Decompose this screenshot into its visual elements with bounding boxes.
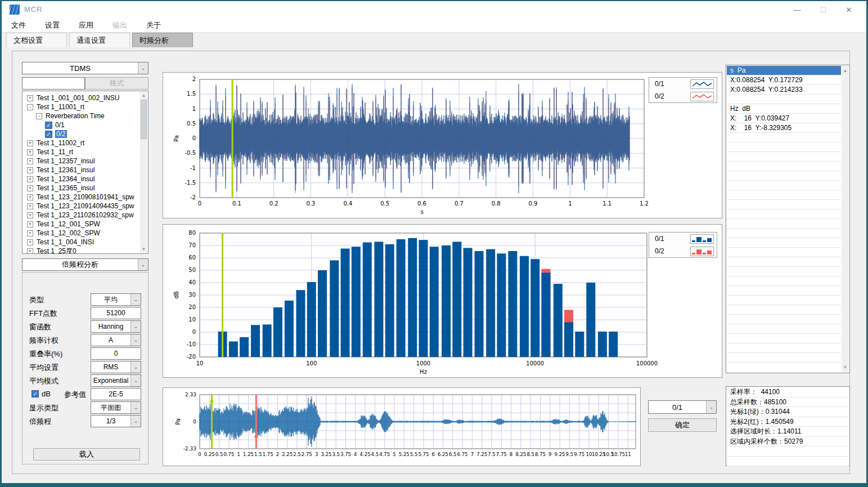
menu-item-4[interactable]: 关于	[137, 20, 170, 30]
form-重叠率(%)-input[interactable]: 0	[91, 347, 141, 360]
octave-spectrum-chart[interactable]: -20-100102030405060708010100100010000100…	[163, 224, 722, 378]
expand-icon[interactable]: +	[27, 149, 33, 155]
readout-row[interactable]	[727, 142, 841, 152]
legend-entry[interactable]: 0/2	[649, 245, 717, 257]
menu-item-3[interactable]: 输出	[103, 20, 137, 30]
readout-row[interactable]: X: 16 Y:-8.329305	[727, 123, 841, 133]
readout-row[interactable]	[727, 171, 841, 181]
readout-row[interactable]	[727, 248, 841, 257]
expand-icon[interactable]: +	[27, 230, 33, 236]
expand-icon[interactable]: +	[27, 167, 33, 173]
tab-0[interactable]: 文档设置	[6, 33, 67, 47]
legend-entry[interactable]: 0/2	[649, 90, 717, 102]
readout-row[interactable]: s Pa	[727, 66, 841, 75]
tree-item[interactable]: ✓0/2	[24, 129, 140, 138]
expand-icon[interactable]: +	[27, 212, 33, 218]
cursor-readout-list[interactable]: s PaX:0.088254 Y:0.172729X:0.088254 Y:0.…	[726, 65, 850, 373]
tree-item[interactable]: +Test 1_12365_insul	[24, 184, 140, 193]
expand-icon[interactable]: +	[27, 239, 33, 245]
readout-row[interactable]	[727, 219, 841, 229]
tree-item[interactable]: +Test 1_11_rt	[24, 148, 140, 157]
form-类型-select[interactable]: 平均⌄	[91, 293, 141, 306]
filter-input[interactable]	[22, 77, 85, 90]
readout-row[interactable]	[727, 229, 841, 238]
minimize-button[interactable]: —	[784, 1, 810, 18]
readout-row[interactable]	[727, 152, 841, 162]
collapse-icon[interactable]: -	[27, 104, 33, 110]
form-倍频程-select[interactable]: 1/3⌄	[91, 415, 141, 427]
expand-icon[interactable]: +	[27, 140, 33, 146]
load-button[interactable]: 载入	[33, 448, 140, 461]
readout-row[interactable]	[727, 238, 841, 248]
channel-checkbox[interactable]: ✓	[45, 122, 52, 129]
menu-item-0[interactable]: 文件	[2, 20, 35, 30]
maximize-button[interactable]: ☐	[810, 1, 836, 18]
expand-icon[interactable]: +	[27, 185, 33, 191]
channel-checkbox[interactable]: ✓	[45, 131, 52, 138]
readout-row[interactable]	[727, 200, 841, 209]
expand-icon[interactable]: +	[27, 221, 33, 227]
tree-item[interactable]: +Test 1_25度0	[24, 247, 140, 254]
readout-row[interactable]	[727, 133, 841, 142]
readout-row[interactable]: X:0.088254 Y:0.214233	[727, 85, 841, 95]
expand-icon[interactable]: +	[27, 176, 33, 182]
tree-item[interactable]: +Test 1_123_210914094435_spw	[24, 202, 140, 211]
readout-row[interactable]	[727, 286, 841, 296]
db-checkbox[interactable]: ✓	[32, 390, 39, 397]
readout-row[interactable]: X:0.088254 Y:0.172729	[727, 75, 841, 85]
tree-item[interactable]: +Test 1_12_002_SPW	[24, 229, 140, 238]
analysis-type-select[interactable]: 倍频程分析 ⌄	[22, 258, 149, 271]
form-参考值-input[interactable]: 2E-5	[91, 388, 141, 400]
collapse-icon[interactable]: -	[36, 113, 42, 119]
readout-row[interactable]	[727, 353, 841, 363]
tree-item[interactable]: +Test 1_1_004_INSI	[24, 238, 140, 247]
form-平均设置-select[interactable]: RMS⌄	[91, 361, 141, 373]
tree-item[interactable]: +Test 1_12357_insul	[24, 157, 140, 166]
menu-item-2[interactable]: 应用	[69, 20, 103, 30]
overview-waveform-chart[interactable]: 00.250.50.7511.251.51.7522.252.52.7533.2…	[163, 387, 641, 466]
readout-row[interactable]	[727, 276, 841, 286]
legend-entry[interactable]: 0/1	[649, 233, 717, 245]
tree-item[interactable]: +Test 1_12_001_SPW	[24, 220, 140, 229]
readout-row[interactable]	[727, 324, 841, 334]
readout-row[interactable]	[727, 343, 841, 353]
readout-row[interactable]	[727, 305, 841, 315]
tree-item[interactable]: +Test 1_12364_insul	[24, 175, 140, 184]
readout-row[interactable]	[727, 257, 841, 267]
tab-1[interactable]: 通道设置	[69, 33, 130, 47]
tree-item[interactable]: +Test 1_123_211026102932_spw	[24, 211, 140, 220]
form-FFT点数-input[interactable]: 51200	[91, 307, 141, 319]
readout-row[interactable]	[727, 296, 841, 305]
legend-entry[interactable]: 0/1	[649, 78, 717, 90]
format-button[interactable]: 格式	[85, 77, 149, 90]
readout-row[interactable]: Hz dB	[727, 104, 841, 114]
expand-icon[interactable]: +	[27, 203, 33, 209]
channel-select[interactable]: 0/1 ⌄	[648, 400, 717, 414]
close-button[interactable]: ✕	[836, 1, 862, 18]
tree-scrollbar[interactable]: ▲ ▼	[140, 92, 147, 253]
menu-item-1[interactable]: 设置	[35, 20, 69, 30]
time-waveform-chart[interactable]: -2-1.5-1-0.500.511.5200.10.20.30.40.50.6…	[163, 72, 722, 218]
confirm-button[interactable]: 确定	[648, 418, 717, 432]
expand-icon[interactable]: +	[27, 194, 33, 200]
readout-row[interactable]	[727, 190, 841, 200]
readout-row[interactable]	[727, 209, 841, 219]
readout-row[interactable]	[727, 95, 841, 104]
readout-row[interactable]	[727, 267, 841, 276]
tree-item[interactable]: -Test 1_11001_rt	[24, 102, 140, 111]
tree-item[interactable]: +Test 1_001_001_002_INSU	[24, 93, 140, 102]
form-窗函数-select[interactable]: Hanning⌄	[91, 320, 141, 333]
tree-item[interactable]: ✓0/1	[24, 120, 140, 129]
expand-icon[interactable]: +	[27, 158, 33, 164]
readout-scrollbar[interactable]: ▲ ▼	[842, 66, 849, 372]
readout-row[interactable]	[727, 334, 841, 343]
form-显示类型-select[interactable]: 平面图⌄	[91, 401, 141, 414]
form-频率计权-select[interactable]: A⌄	[91, 334, 141, 346]
form-平均模式-select[interactable]: Exponential⌄	[91, 374, 141, 387]
file-format-select[interactable]: TDMS ⌄	[22, 62, 149, 74]
readout-row[interactable]	[727, 162, 841, 171]
readout-row[interactable]	[727, 315, 841, 324]
readout-row[interactable]: X: 16 Y:0.039427	[727, 114, 841, 123]
expand-icon[interactable]: +	[27, 248, 33, 254]
tree-item[interactable]: +Test 1_12361_insul	[24, 166, 140, 175]
